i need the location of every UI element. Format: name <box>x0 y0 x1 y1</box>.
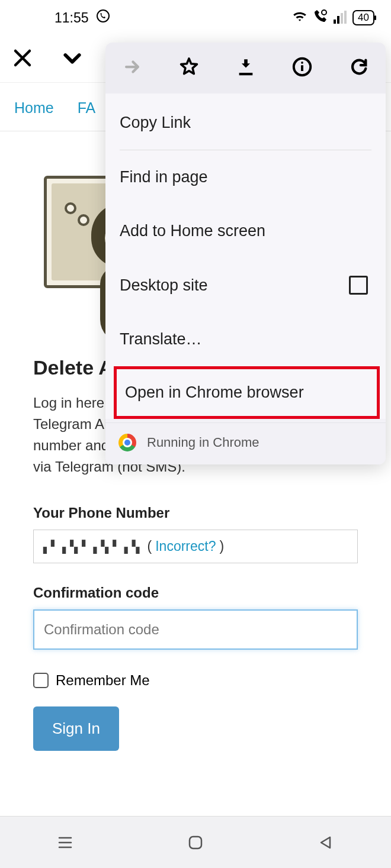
svg-point-4 <box>301 62 303 64</box>
signal-icon <box>334 12 347 24</box>
menu-desktop-site[interactable]: Desktop site <box>105 258 386 312</box>
refresh-icon[interactable] <box>349 57 369 79</box>
download-icon[interactable] <box>236 57 256 79</box>
call-icon <box>313 9 328 27</box>
menu-find-in-page[interactable]: Find in page <box>105 150 386 204</box>
confirmation-label: Confirmation code <box>33 585 358 601</box>
chrome-icon <box>118 434 136 451</box>
menu-copy-link[interactable]: Copy Link <box>105 96 386 150</box>
remember-me[interactable]: Remember Me <box>33 672 358 689</box>
tab-home[interactable]: Home <box>14 99 54 117</box>
phone-value: ▖▘▗▝▖▘▗▝▖▘▗▝▖ <box>43 540 144 554</box>
whatsapp-icon <box>96 9 110 27</box>
desktop-site-checkbox[interactable] <box>349 276 368 295</box>
home-icon[interactable] <box>186 833 205 852</box>
info-icon[interactable] <box>292 57 312 79</box>
tab-faq[interactable]: FA <box>78 99 96 117</box>
confirmation-input[interactable] <box>33 609 358 650</box>
battery-icon: 40 <box>352 10 374 25</box>
wifi-icon <box>292 9 307 26</box>
signin-button[interactable]: Sign In <box>33 706 119 751</box>
menu-footer: Running in Chrome <box>105 422 386 464</box>
star-icon[interactable] <box>179 57 199 79</box>
system-navbar <box>0 816 391 868</box>
phone-label: Your Phone Number <box>33 505 358 521</box>
svg-rect-8 <box>190 837 201 848</box>
forward-icon[interactable] <box>122 57 142 79</box>
status-bar: 11:55 40 <box>0 0 391 36</box>
recents-icon[interactable] <box>56 833 75 852</box>
svg-point-0 <box>97 10 109 22</box>
clock: 11:55 <box>55 10 89 26</box>
close-icon[interactable] <box>12 47 33 71</box>
remember-label: Remember Me <box>56 672 150 689</box>
menu-translate[interactable]: Translate… <box>105 312 386 366</box>
menu-add-home[interactable]: Add to Home screen <box>105 204 386 258</box>
phone-field[interactable]: ▖▘▗▝▖▘▗▝▖▘▗▝▖ (Incorrect?) <box>33 530 358 563</box>
remember-checkbox[interactable] <box>33 673 49 688</box>
overflow-menu: Copy Link Find in page Add to Home scree… <box>105 43 386 464</box>
svg-point-1 <box>322 10 326 15</box>
back-icon[interactable] <box>316 833 335 852</box>
menu-open-chrome[interactable]: Open in Chrome browser <box>114 366 380 419</box>
incorrect-link[interactable]: Incorrect? <box>155 538 216 554</box>
chevron-down-icon[interactable] <box>60 46 84 72</box>
